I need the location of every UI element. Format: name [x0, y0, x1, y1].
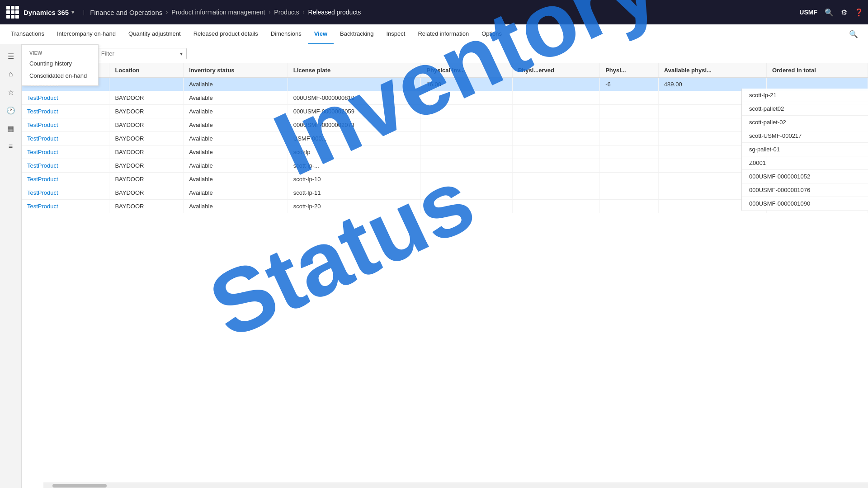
- table-cell: BAYDOOR: [109, 186, 184, 200]
- settings-icon-top[interactable]: ⚙: [841, 8, 847, 17]
- table-cell: Available: [184, 118, 288, 132]
- table-cell: Available: [184, 173, 288, 186]
- table-cell: [512, 132, 599, 145]
- table-cell[interactable]: TestProduct: [22, 173, 109, 186]
- col-ordered-total[interactable]: Ordered in total: [766, 63, 868, 78]
- license-plate-item[interactable]: scott-USMF-000217: [742, 129, 868, 143]
- license-plate-item[interactable]: 000USMF-0000001052: [742, 170, 868, 183]
- table-cell: [512, 173, 599, 186]
- table-row: TestProductBAYDOORAvailable000USMF-00000…: [22, 91, 868, 105]
- secondary-search-icon[interactable]: 🔍: [844, 30, 863, 38]
- license-plate-item[interactable]: 000USMF-0000001076: [742, 183, 868, 197]
- sidebar-icon-menu[interactable]: ☰: [3, 48, 19, 64]
- license-plate-item[interactable]: Z0001: [742, 156, 868, 170]
- search-icon-top[interactable]: 🔍: [825, 8, 834, 17]
- table-cell[interactable]: TestProduct: [22, 159, 109, 173]
- horizontal-scrollbar[interactable]: [43, 483, 868, 488]
- nav-quantity-adjustment[interactable]: Quantity adjustment: [122, 24, 187, 44]
- table-cell: BAYDOOR: [109, 145, 184, 159]
- sidebar-icon-home[interactable]: ⌂: [3, 66, 19, 82]
- breadcrumb: | Finance and Operations › Product infor…: [83, 9, 361, 16]
- nav-backtracking[interactable]: Backtracking: [334, 24, 380, 44]
- table-cell: BAYDOOR: [109, 91, 184, 105]
- license-plate-item[interactable]: 000USMF-0000001090: [742, 197, 868, 211]
- table-cell: [421, 173, 512, 186]
- filter-bar: ⊟ On-hand | 🔍 ▾: [22, 44, 868, 63]
- table-cell: scott-lp-...: [288, 159, 421, 173]
- filter-chevron-icon[interactable]: ▾: [180, 51, 183, 57]
- license-plate-item[interactable]: scott-lp-21: [742, 89, 868, 102]
- col-physical-inv[interactable]: Physical inv...: [421, 63, 512, 78]
- table-cell[interactable]: TestProduct: [22, 118, 109, 132]
- nav-view[interactable]: View: [308, 24, 334, 44]
- help-icon-top[interactable]: ❓: [854, 8, 863, 17]
- sidebar-icon-workspaces[interactable]: ▦: [3, 120, 19, 136]
- nav-transactions[interactable]: Transactions: [5, 24, 51, 44]
- dropdown-consolidated-on-hand[interactable]: Consolidated on-hand: [22, 70, 98, 82]
- table-cell: 000USMF-0000002059: [288, 105, 421, 118]
- brand-name[interactable]: Dynamics 365: [24, 9, 69, 16]
- nav-inspect[interactable]: Inspect: [380, 24, 411, 44]
- license-plate-item[interactable]: scott-pallet02: [742, 102, 868, 116]
- table-cell: [600, 159, 659, 173]
- sidebar-icon-favorites[interactable]: ☆: [3, 84, 19, 100]
- table-cell: [600, 132, 659, 145]
- scrollbar-thumb[interactable]: [52, 484, 107, 488]
- table-cell: [421, 91, 512, 105]
- table-cell: [600, 91, 659, 105]
- table-cell: BAYDOOR: [109, 132, 184, 145]
- table-cell[interactable]: TestProduct: [22, 132, 109, 145]
- table-cell: [600, 200, 659, 213]
- nav-options[interactable]: Options: [475, 24, 508, 44]
- table-cell: BAYDOOR: [109, 118, 184, 132]
- table-cell[interactable]: TestProduct: [22, 91, 109, 105]
- table-cell: Available: [184, 132, 288, 145]
- table-cell: BAYDOOR: [109, 173, 184, 186]
- license-plate-item[interactable]: scott-pallet-02: [742, 116, 868, 129]
- filter-input[interactable]: [101, 50, 177, 57]
- table-cell[interactable]: TestProduct: [22, 186, 109, 200]
- nav-intercompany-on-hand[interactable]: Intercompany on-hand: [51, 24, 122, 44]
- dropdown-counting-history[interactable]: Counting history: [22, 57, 98, 70]
- table-cell: 16.00: [421, 78, 512, 91]
- table-cell[interactable]: TestProduct: [22, 200, 109, 213]
- breadcrumb-item-2[interactable]: Products: [274, 9, 299, 16]
- col-location[interactable]: Location: [109, 63, 184, 78]
- license-plate-item[interactable]: sg-pallet-01: [742, 143, 868, 156]
- breadcrumb-item-1[interactable]: Product information management: [171, 9, 265, 16]
- table-cell: -6: [600, 78, 659, 91]
- table-cell: [600, 105, 659, 118]
- table-row: TestProductBAYDOORAvailablescott-lp-10: [22, 173, 868, 186]
- nav-dimensions[interactable]: Dimensions: [264, 24, 308, 44]
- table-cell: [421, 200, 512, 213]
- nav-released-product-details[interactable]: Released product details: [187, 24, 264, 44]
- breadcrumb-chevron-3: ›: [303, 9, 305, 15]
- breadcrumb-chevron-1: ›: [166, 9, 168, 15]
- table-cell[interactable]: TestProduct: [22, 105, 109, 118]
- breadcrumb-item-3[interactable]: Released products: [308, 9, 361, 16]
- waffle-icon: [6, 6, 19, 19]
- col-license-plate[interactable]: License plate: [288, 63, 421, 78]
- col-phys-reserved[interactable]: Physi...erved: [512, 63, 599, 78]
- sidebar-icon-recent[interactable]: 🕐: [3, 102, 19, 118]
- col-avail-physi[interactable]: Available physi...: [658, 63, 766, 78]
- app-name: Finance and Operations: [90, 9, 162, 16]
- col-inventory-status[interactable]: Inventory status: [184, 63, 288, 78]
- secondary-navigation: Transactions Intercompany on-hand Quanti…: [0, 24, 868, 44]
- table-cell: [512, 186, 599, 200]
- table-cell[interactable]: TestProduct: [22, 145, 109, 159]
- table-cell: [512, 91, 599, 105]
- nav-related-information[interactable]: Related information: [411, 24, 475, 44]
- sidebar-icon-modules[interactable]: ≡: [3, 138, 19, 155]
- table-cell: Available: [184, 200, 288, 213]
- table-cell: Available: [184, 91, 288, 105]
- col-physi[interactable]: Physi...: [600, 63, 659, 78]
- table-cell: BAYDOOR: [109, 105, 184, 118]
- table-cell: [512, 78, 599, 91]
- brand-chevron[interactable]: ▾: [71, 9, 74, 15]
- table-cell: USMF-000...: [288, 132, 421, 145]
- table-cell: scottlp: [288, 145, 421, 159]
- table-row: TestProductBAYDOORAvailable000USMF-00000…: [22, 105, 868, 118]
- table-row: TestProductBAYDOORAvailable000USMF-00000…: [22, 118, 868, 132]
- waffle-button[interactable]: [5, 4, 21, 20]
